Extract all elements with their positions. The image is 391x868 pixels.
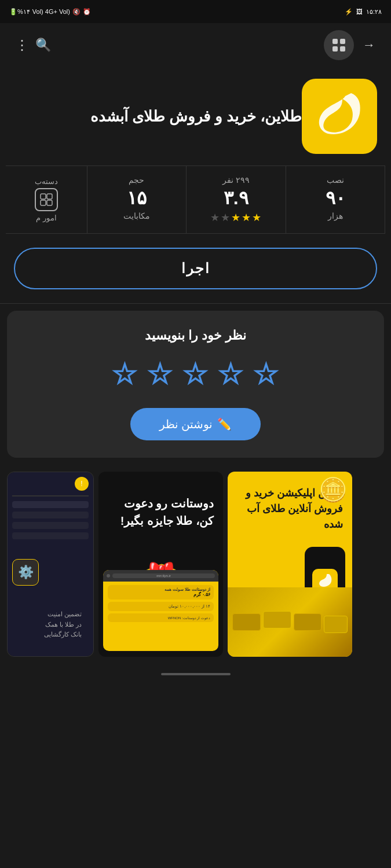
- ss2-invite-text: دوستانت رو دعوت کن، طلا جایزه بگیر!: [108, 495, 214, 529]
- svg-rect-1: [47, 194, 52, 199]
- stat-install-label-bottom: هزار: [291, 211, 380, 220]
- charging-icon: ⚡: [345, 8, 353, 16]
- ss1-security-text: تضمین امنیتدر طلا با همکبانک کارگشایی: [14, 605, 86, 645]
- screenshot-1: ! ⚙️ تضمین امنیتدر طلا با همکبانک کارگشا…: [7, 472, 94, 657]
- star-4: ★: [221, 211, 230, 224]
- review-star-5[interactable]: ☆: [253, 357, 279, 391]
- write-review-button[interactable]: ✏️ نوشتن نظر: [130, 408, 261, 440]
- review-section: نظر خود را بنویسید ☆ ☆ ☆ ☆ ☆ ✏️ نوشتن نظ…: [7, 311, 384, 458]
- stat-category: دسته‌ب امور م: [6, 166, 87, 233]
- category-icon: [39, 193, 53, 207]
- ss2-phone-mock: mrr.tlyn.ir از دوستانت طلا سوئت همه ۰.۵۶…: [103, 570, 218, 651]
- screenshot-3: اولیـن اپلیکیشن خرید و فروش آنلاین طلای …: [228, 472, 352, 657]
- svg-rect-2: [41, 200, 46, 205]
- ss3-gold-icon: 🪙: [319, 476, 348, 503]
- app-title: طلاین، خرید و فروش طلای آبشده: [25, 106, 302, 127]
- mute-icon: 🔇: [72, 8, 81, 16]
- app-logo-svg: [310, 84, 368, 148]
- star-5: ★: [210, 211, 220, 224]
- clock: ۱۵:۲۸: [366, 8, 382, 16]
- review-star-2[interactable]: ☆: [147, 357, 173, 391]
- home-indicator: [161, 673, 231, 675]
- star-2: ★: [242, 211, 251, 224]
- pencil-icon: ✏️: [217, 417, 232, 431]
- review-star-1[interactable]: ☆: [112, 357, 138, 391]
- review-star-3[interactable]: ☆: [182, 357, 209, 391]
- top-nav: ⋮ 🔍 →: [0, 23, 391, 67]
- run-button-container: اجرا: [0, 234, 391, 303]
- review-stars-row[interactable]: ☆ ☆ ☆ ☆ ☆: [19, 357, 372, 391]
- grid-icon: [332, 39, 345, 52]
- svg-rect-3: [47, 200, 52, 205]
- screenshot-2: دوستانت رو دعوت کن، طلا جایزه بگیر! 🎁 mr…: [98, 472, 223, 657]
- stat-install: نصب ۹۰ هزار: [286, 166, 385, 233]
- stat-category-label-bottom: امور م: [36, 214, 57, 222]
- review-star-4[interactable]: ☆: [218, 357, 244, 391]
- app-header: طلاین، خرید و فروش طلای آبشده: [0, 67, 391, 165]
- status-bar: 🔋%۱۴ Vol) 4G+ Vol) 🔇 ⏰ ⚡ 🖼 ۱۵:۲۸: [0, 0, 391, 23]
- svg-rect-0: [41, 194, 46, 199]
- section-divider: [0, 303, 391, 304]
- star-3: ★: [231, 211, 240, 224]
- stats-row: نصب ۹۰ هزار ۲۹۹ نفر ۳.۹ ★ ★ ★ ★ ★ حجم ۱۵…: [6, 165, 385, 234]
- rating-stars: ★ ★ ★ ★ ★: [191, 211, 280, 224]
- run-button[interactable]: اجرا: [14, 248, 377, 289]
- write-review-label: نوشتن نظر: [159, 417, 213, 431]
- ss1-badge: !: [75, 477, 89, 491]
- screenshots-section: ! ⚙️ تضمین امنیتدر طلا با همکبانک کارگشا…: [0, 465, 391, 664]
- bottom-indicator: [0, 664, 391, 685]
- status-left: 🔋%۱۴ Vol) 4G+ Vol) 🔇 ⏰: [9, 8, 91, 16]
- stat-rating: ۲۹۹ نفر ۳.۹ ★ ★ ★ ★ ★: [187, 166, 286, 233]
- search-button[interactable]: 🔍: [32, 35, 53, 56]
- stat-rating-value: ۳.۹: [191, 187, 280, 209]
- battery-percent: 🔋%۱۴: [9, 8, 30, 16]
- stat-size-value: ۱۵: [92, 187, 181, 209]
- menu-button[interactable]: ⋮: [12, 35, 32, 56]
- forward-button[interactable]: →: [359, 35, 379, 56]
- grid-view-button[interactable]: [324, 30, 354, 60]
- ss3-gold-bars: [228, 587, 352, 657]
- stat-install-label-top: نصب: [291, 175, 380, 185]
- stat-install-value: ۹۰: [291, 187, 380, 209]
- search-icon: 🔍: [35, 38, 51, 53]
- stat-rating-label-top: ۲۹۹ نفر: [191, 175, 280, 185]
- signal-icons: Vol) 4G+ Vol): [32, 8, 70, 15]
- stat-size-label-top: حجم: [92, 175, 181, 185]
- forward-icon: →: [363, 38, 375, 53]
- stat-size-label-bottom: مکابایت: [92, 211, 181, 220]
- stat-category-label-top: دسته‌ب: [35, 177, 58, 186]
- status-right: ⚡ 🖼 ۱۵:۲۸: [345, 8, 382, 16]
- gallery-icon: 🖼: [356, 8, 363, 15]
- alarm-icon: ⏰: [83, 8, 91, 16]
- star-1: ★: [252, 211, 261, 224]
- category-icon-box: [35, 188, 58, 211]
- stat-size: حجم ۱۵ مکابایت: [87, 166, 187, 233]
- menu-icon: ⋮: [15, 37, 29, 53]
- review-title: نظر خود را بنویسید: [19, 328, 372, 343]
- app-icon: [302, 79, 377, 154]
- ss1-gear-icon: ⚙️: [12, 559, 39, 586]
